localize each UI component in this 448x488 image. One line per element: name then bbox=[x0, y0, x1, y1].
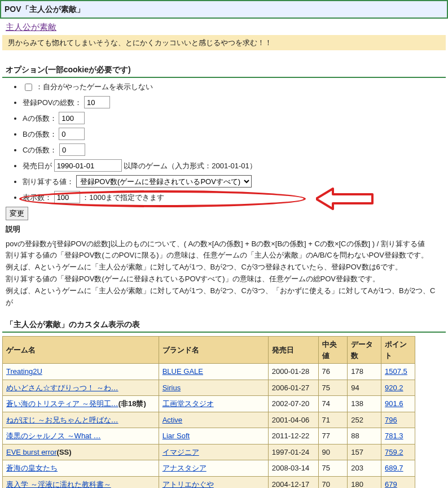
cell-count: 88 bbox=[348, 428, 381, 445]
pov-header: POV「主人公が素敵」 bbox=[0, 0, 448, 19]
table-row: 蒼海の皇女たちアナスタシア2008-03-1475203689.7 bbox=[3, 460, 415, 477]
cell-median: 74 bbox=[318, 396, 348, 412]
hide-played-checkbox[interactable] bbox=[25, 84, 32, 91]
display-count-label: 表示数： bbox=[23, 193, 52, 202]
date-input[interactable] bbox=[54, 159, 122, 172]
cell-median: 76 bbox=[318, 364, 348, 380]
explain-heading: 説明 bbox=[6, 224, 442, 235]
cell-date: 2008-03-14 bbox=[268, 460, 318, 477]
point-link[interactable]: 1507.5 bbox=[385, 367, 407, 376]
cell-median: 90 bbox=[318, 444, 348, 460]
game-link[interactable]: EVE burst error bbox=[6, 448, 57, 456]
brand-link[interactable]: BLUE GALE bbox=[162, 367, 203, 376]
table-row: 裏入学 ～淫液に濡れた教科書～アトリエかぐや2004-12-1770180679 bbox=[3, 476, 415, 488]
cell-count: 203 bbox=[348, 460, 381, 477]
cell-count: 178 bbox=[348, 364, 381, 380]
pov-title-link[interactable]: 主人公が素敵 bbox=[6, 22, 56, 32]
explain-body: povの登録数が[登録POVの総数]以上のものについて、( Aの数×[Aの係数]… bbox=[6, 238, 442, 309]
point-link[interactable]: 689.7 bbox=[385, 464, 403, 472]
cell-count: 94 bbox=[348, 380, 381, 396]
game-link[interactable]: 蒼い海のトリスティア ～発明工… bbox=[6, 399, 118, 408]
game-link[interactable]: 蒼海の皇女たち bbox=[6, 464, 58, 472]
explain-line: povの登録数が[登録POVの総数]以上のものについて、( Aの数×[Aの係数]… bbox=[6, 238, 442, 250]
table-heading: 「主人公が素敵」のカスタム表示の表 bbox=[2, 316, 446, 333]
table-row: EVE burst error(SS)イマジニア1997-01-24901577… bbox=[3, 444, 415, 460]
table-row: ねがぽじ ～お兄ちゃんと呼ばな…Active2001-04-0671252796 bbox=[3, 412, 415, 428]
cell-date: 1997-01-24 bbox=[268, 444, 318, 460]
game-link[interactable]: めいどさん☆すぴりっつ！ ～わ… bbox=[6, 384, 118, 392]
col-date: 発売日 bbox=[268, 337, 318, 364]
cell-date: 2004-12-17 bbox=[268, 476, 318, 488]
submit-button[interactable]: 変更 bbox=[6, 207, 28, 220]
divisor-label: 割り算する値： bbox=[23, 177, 74, 186]
cell-count: 180 bbox=[348, 476, 381, 488]
cell-date: 2006-01-27 bbox=[268, 380, 318, 396]
cell-date: 2011-12-22 bbox=[268, 428, 318, 445]
point-link[interactable]: 759.2 bbox=[385, 448, 403, 456]
display-count-input[interactable] bbox=[54, 191, 80, 203]
hide-played-label: ：自分がやったゲームを表示しない bbox=[36, 82, 153, 91]
coef-a-input[interactable] bbox=[59, 112, 85, 124]
divisor-select[interactable]: 登録POV数(ゲームに登録されているPOVすべて) bbox=[76, 175, 252, 188]
cell-count: 252 bbox=[348, 412, 381, 428]
results-table: ゲーム名 ブランド名 発売日 中央値 データ数 ポイント Treating2UB… bbox=[2, 336, 415, 488]
display-count-after: ：1000まで指定できます bbox=[82, 193, 164, 202]
coef-c-input[interactable] bbox=[59, 143, 85, 156]
explain-line: 割り算する値の「登録POV数(ゲームに登録されているPOVすべて)」の意味は、任… bbox=[6, 273, 442, 285]
pov-description: 男からみても惚れてしまいそうな、とにかくカッコいいと感じるやつを求む！！ bbox=[2, 35, 446, 51]
cell-count: 138 bbox=[348, 396, 381, 412]
cell-median: 77 bbox=[318, 428, 348, 445]
coef-b-input[interactable] bbox=[59, 128, 85, 140]
cell-date: 2001-04-06 bbox=[268, 412, 318, 428]
brand-link[interactable]: 工画堂スタジオ bbox=[162, 399, 214, 408]
point-link[interactable]: 679 bbox=[385, 480, 397, 488]
coef-c-label: Cの係数： bbox=[23, 146, 57, 154]
cell-median: 75 bbox=[318, 460, 348, 477]
explain-line: 例えば、Aというゲームに「主人公が素敵」に対してAが1つ、Bが2つ、Cが3つ登録… bbox=[6, 262, 442, 273]
col-count: データ数 bbox=[348, 337, 381, 364]
brand-link[interactable]: アトリエかぐや bbox=[162, 480, 214, 488]
game-link[interactable]: 漆黒のシャルノス ～What … bbox=[6, 432, 101, 440]
table-row: 蒼い海のトリスティア ～発明工…(非18禁)工画堂スタジオ2002-07-207… bbox=[3, 396, 415, 412]
brand-link[interactable]: アナスタシア bbox=[162, 464, 207, 472]
brand-link[interactable]: Sirius bbox=[162, 384, 181, 392]
brand-link[interactable]: Active bbox=[162, 416, 182, 424]
point-link[interactable]: 920.2 bbox=[385, 384, 403, 392]
options-heading: オプション(一部cookieが必要です) bbox=[2, 62, 446, 78]
total-pov-label: 登録POVの総数： bbox=[23, 98, 82, 107]
game-extra: (非18禁) bbox=[118, 399, 146, 408]
game-extra: (SS) bbox=[57, 448, 72, 456]
col-point: ポイント bbox=[381, 337, 415, 364]
date-label: 発売日が bbox=[23, 162, 54, 170]
brand-link[interactable]: イマジニア bbox=[162, 448, 199, 456]
cell-date: 2000-01-28 bbox=[268, 364, 318, 380]
col-game: ゲーム名 bbox=[3, 337, 159, 364]
point-link[interactable]: 781.3 bbox=[385, 432, 403, 440]
game-link[interactable]: 裏入学 ～淫液に濡れた教科書～ bbox=[6, 480, 111, 488]
table-header-row: ゲーム名 ブランド名 発売日 中央値 データ数 ポイント bbox=[3, 337, 415, 364]
cell-date: 2002-07-20 bbox=[268, 396, 318, 412]
total-pov-input[interactable] bbox=[84, 96, 110, 108]
point-link[interactable]: 796 bbox=[385, 416, 397, 424]
explain-line: 割り算する値の「登録POV数(このPOVに限る)」の意味は、任意ゲームの「主人公… bbox=[6, 250, 442, 262]
brand-link[interactable]: Liar Soft bbox=[162, 432, 190, 440]
cell-median: 70 bbox=[318, 476, 348, 488]
game-link[interactable]: ねがぽじ ～お兄ちゃんと呼ばな… bbox=[6, 416, 118, 424]
coef-a-label: Aの係数： bbox=[23, 114, 57, 123]
coef-b-label: Bの係数： bbox=[23, 130, 57, 138]
table-row: 漆黒のシャルノス ～What …Liar Soft2011-12-2277887… bbox=[3, 428, 415, 445]
table-row: Treating2UBLUE GALE2000-01-28761781507.5 bbox=[3, 364, 415, 380]
cell-count: 157 bbox=[348, 444, 381, 460]
cell-median: 71 bbox=[318, 412, 348, 428]
explain-line: 例えば、Aというゲームに「主人公が素敵」に対してAが1つ、Bが2つ、Cが3つ、「… bbox=[6, 285, 442, 309]
cell-median: 75 bbox=[318, 380, 348, 396]
point-link[interactable]: 901.6 bbox=[385, 399, 403, 408]
game-link[interactable]: Treating2U bbox=[6, 367, 42, 376]
date-after-label: 以降のゲーム（入力形式：2001-01-01） bbox=[124, 162, 257, 170]
table-row: めいどさん☆すぴりっつ！ ～わ…Sirius2006-01-277594920.… bbox=[3, 380, 415, 396]
col-median: 中央値 bbox=[318, 337, 348, 364]
col-brand: ブランド名 bbox=[159, 337, 268, 364]
